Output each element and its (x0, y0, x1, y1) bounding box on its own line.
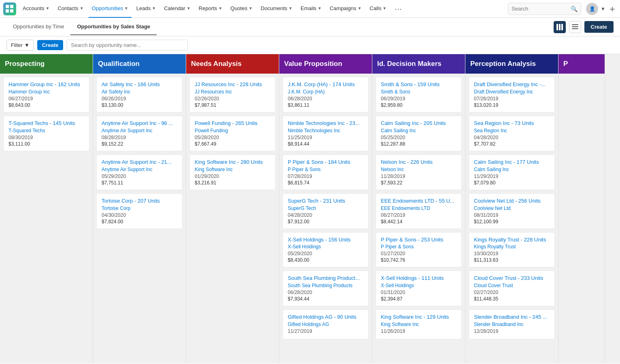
card-title[interactable]: Anytime Air Support Inc - 21... (102, 159, 177, 166)
kanban-card[interactable]: Calm Sailing Inc - 177 UnitsCalm Sailing… (469, 154, 555, 190)
card-title[interactable]: Hammer Group Inc - 162 Units (8, 81, 84, 88)
card-title[interactable]: South Sea Plumbing Product... (288, 275, 363, 282)
kanban-card[interactable]: J.K.M. Corp (HA) - 174 UnitsJ.K.M. Corp … (282, 77, 369, 112)
filter-create-button[interactable]: Create (37, 40, 63, 50)
card-amount: $10,742.76 (381, 257, 457, 263)
tab-opportunities-sales-stage[interactable]: Opportunities by Sales Stage (70, 19, 157, 35)
card-title[interactable]: Draft Diversified Energy Inc -... (474, 81, 550, 88)
card-title[interactable]: J.K.M. Corp (HA) - 174 Units (288, 81, 363, 88)
kanban-card[interactable]: Gifted Holdings AG - 90 UnitsGifted Hold… (282, 309, 369, 339)
kanban-card[interactable]: Smith & Sons - 159 UnitsSmith & Sons06/2… (376, 77, 462, 112)
card-amount: $12,100.99 (474, 219, 550, 224)
card-date: 12/28/2019 (474, 328, 550, 334)
filter-chevron: ▼ (24, 42, 30, 48)
card-title[interactable]: Slender Broadband Inc - 245 ... (474, 314, 550, 321)
kanban-card[interactable]: Anytime Air Support Inc - 21...Anytime A… (96, 154, 183, 190)
card-title[interactable]: Smith & Sons - 159 Units (381, 81, 457, 88)
card-amount: $7,912.00 (288, 219, 363, 224)
create-button[interactable]: Create (584, 21, 614, 33)
card-date: 02/26/2020 (195, 96, 270, 102)
kanban-card[interactable]: Air Safety Inc - 166 UnitsAir Safety Inc… (96, 77, 183, 112)
card-title[interactable]: Tortoise Corp - 207 Units (102, 198, 177, 205)
col-body-prospecting: Hammer Group Inc - 162 UnitsHammer Group… (0, 74, 93, 363)
card-title[interactable]: King Software Inc - 280 Units (195, 159, 270, 166)
card-title[interactable]: T-Squared Techs - 145 Units (8, 120, 84, 127)
filter-search-input[interactable] (66, 40, 188, 51)
kanban-card[interactable]: King Software Inc - 280 UnitsKing Softwa… (189, 154, 276, 190)
kanban-card[interactable]: Sea Region Inc - 73 UnitsSea Region Inc0… (469, 116, 555, 151)
campaigns-chevron: ▼ (357, 6, 361, 11)
card-title[interactable]: Nimble Technologies Inc - 23... (288, 120, 363, 127)
card-title[interactable]: Gifted Holdings AG - 90 Units (288, 314, 363, 321)
opportunities-chevron: ▼ (124, 6, 128, 11)
card-title[interactable]: Air Safety Inc - 166 Units (102, 81, 177, 88)
kanban-card[interactable]: Hammer Group Inc - 162 UnitsHammer Group… (3, 77, 89, 112)
nav-calls[interactable]: Calls ▼ (366, 0, 390, 18)
card-title[interactable]: Powell Funding - 265 Units (195, 120, 270, 127)
card-title[interactable]: SuperG Tech - 231 Units (288, 198, 363, 205)
card-company: Anytime Air Support Inc (102, 167, 177, 172)
kanban-card[interactable]: Calm Sailing Inc - 205 UnitsCalm Sailing… (376, 116, 462, 151)
nav-quotes[interactable]: Quotes ▼ (227, 0, 256, 18)
kanban-card[interactable]: Tortoise Corp - 207 UnitsTortoise Corp04… (96, 193, 183, 229)
nav-campaigns[interactable]: Campaigns ▼ (327, 0, 365, 18)
kanban-view-button[interactable] (554, 21, 566, 33)
card-title[interactable]: Nelson Inc - 226 Units (381, 159, 457, 166)
avatar-chevron[interactable]: ▼ (601, 6, 605, 12)
kanban-card[interactable]: Draft Diversified Energy Inc -...Draft D… (469, 77, 555, 112)
card-title[interactable]: King Software Inc - 129 Units (381, 314, 457, 321)
kanban-card[interactable]: Nelson Inc - 226 UnitsNelson Inc11/28/20… (376, 154, 462, 190)
search-icon[interactable]: 🔍 (571, 6, 578, 12)
kanban-card[interactable]: T-Squared Techs - 145 UnitsT-Squared Tec… (3, 116, 89, 151)
nav-opportunities[interactable]: Opportunities ▼ (89, 0, 132, 18)
card-title[interactable]: Calm Sailing Inc - 177 Units (474, 159, 550, 166)
kanban-card[interactable]: SuperG Tech - 231 UnitsSuperG Tech04/28/… (282, 193, 369, 229)
card-title[interactable]: P Piper & Sons - 184 Units (288, 159, 363, 166)
card-title[interactable]: EEE Endowments LTD - 55 U... (381, 198, 457, 205)
kanban-card[interactable]: Anytime Air Support Inc - 96 ...Anytime … (96, 116, 183, 151)
kanban-card[interactable]: South Sea Plumbing Product...South Sea P… (282, 271, 369, 306)
nav-contacts[interactable]: Contacts ▼ (54, 0, 87, 18)
card-title[interactable]: JJ Resources Inc - 228 Units (195, 81, 270, 88)
card-amount: $12,287.88 (381, 141, 457, 147)
filter-button[interactable]: Filter ▼ (6, 40, 34, 51)
nav-reports[interactable]: Reports ▼ (195, 0, 225, 18)
kanban-card[interactable]: X-Sell Holdings - 156 UnitsX-Sell Holdin… (282, 232, 369, 268)
user-avatar[interactable]: 👤 (586, 3, 598, 15)
kanban-card[interactable]: Kings Royalty Trust - 228 UnitsKings Roy… (469, 232, 555, 268)
nav-calendar[interactable]: Calendar ▼ (161, 0, 194, 18)
kanban-card[interactable]: Nimble Technologies Inc - 23...Nimble Te… (282, 116, 369, 151)
kanban-card[interactable]: JJ Resources Inc - 228 UnitsJJ Resources… (189, 77, 276, 112)
nav-leads[interactable]: Leads ▼ (133, 0, 159, 18)
kanban-card[interactable]: Powell Funding - 265 UnitsPowell Funding… (189, 116, 276, 151)
kanban-card[interactable]: P Piper & Sons - 184 UnitsP Piper & Sons… (282, 154, 369, 190)
kanban-card[interactable]: P Piper & Sons - 253 UnitsP Piper & Sons… (376, 232, 462, 268)
search-input[interactable] (512, 6, 568, 12)
kanban-card[interactable]: King Software Inc - 129 UnitsKing Softwa… (376, 309, 462, 339)
card-company: X-Sell Holdings (288, 244, 363, 250)
tab-opportunities-time[interactable]: Opportunities by Time (6, 19, 70, 35)
card-title[interactable]: X-Sell Holdings - 156 Units (288, 237, 363, 243)
more-menu-button[interactable]: ⋯ (391, 4, 405, 13)
list-view-button[interactable] (569, 21, 581, 33)
card-title[interactable]: Coolview Net Ltd - 256 Units (474, 198, 550, 205)
kanban-card[interactable]: Cloud Cover Trust - 233 UnitsCloud Cover… (469, 271, 555, 306)
kanban-card[interactable]: Slender Broadband Inc - 245 ...Slender B… (469, 309, 555, 339)
card-title[interactable]: Kings Royalty Trust - 228 Units (474, 237, 550, 243)
card-title[interactable]: Anytime Air Support Inc - 96 ... (102, 120, 177, 127)
card-title[interactable]: Sea Region Inc - 73 Units (474, 120, 550, 127)
card-title[interactable]: Calm Sailing Inc - 205 Units (381, 120, 457, 127)
kanban-card[interactable]: Coolview Net Ltd - 256 UnitsCoolview Net… (469, 193, 555, 229)
card-title[interactable]: X-Sell Holdings - 111 Units (381, 275, 457, 282)
nav-emails[interactable]: Emails ▼ (297, 0, 325, 18)
kanban-card[interactable]: EEE Endowments LTD - 55 U...EEE Endowmen… (376, 193, 462, 229)
kanban-card[interactable]: X-Sell Holdings - 111 UnitsX-Sell Holdin… (376, 271, 462, 306)
card-title[interactable]: P Piper & Sons - 253 Units (381, 237, 457, 243)
nav-accounts[interactable]: Accounts ▼ (19, 0, 53, 18)
card-date: 01/29/2020 (195, 174, 270, 179)
card-title[interactable]: Cloud Cover Trust - 233 Units (474, 275, 550, 282)
add-button[interactable]: ＋ (608, 3, 617, 15)
nav-documents[interactable]: Documents ▼ (257, 0, 296, 18)
card-date: 08/30/2019 (8, 135, 84, 140)
app-logo[interactable] (3, 2, 16, 15)
